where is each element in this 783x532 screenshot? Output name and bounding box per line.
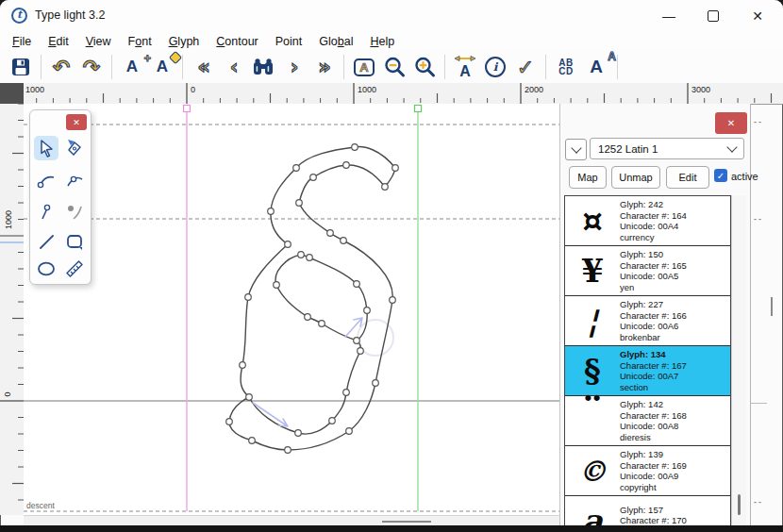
cursor-icon [36,138,57,158]
select-tool[interactable] [34,136,58,160]
glyph-list-item[interactable]: ¦ Glyph: 227 Character #: 166 Unicode: 0… [565,296,730,346]
redo-button[interactable]: ↷ [77,53,106,81]
menu-global[interactable]: Global [310,33,361,50]
menu-bar: File Edit View Font Glyph Contour Point … [0,32,783,51]
prev-icon: ‹ [230,56,237,78]
fit-glyph-button[interactable]: A [350,53,378,81]
toolbar-separator [111,55,112,79]
glyph-list-item[interactable]: ¤ Glyph: 242 Character #: 164 Unicode: 0… [565,196,730,246]
minimize-button[interactable]: — [647,0,691,31]
last-glyph-button[interactable]: » [309,53,338,81]
outer-scrollbar-thumb[interactable] [771,297,773,316]
toolbar: ↶ ↷ A + A « ‹ › » A [0,51,783,84]
toolbar-separator [444,55,445,79]
menu-help[interactable]: Help [361,33,403,50]
glyph-number: Glyph: 142 [620,399,687,410]
horizontal-ruler[interactable]: 1000 0 1000 2000 3000 [24,83,783,105]
pen-tool[interactable] [62,136,87,160]
edit-button[interactable]: Edit [666,166,709,189]
menu-glyph[interactable]: Glyph [160,33,208,50]
contour-direction-arrows [253,318,362,426]
glyph-number: Glyph: 242 [620,199,687,210]
map-button[interactable]: Map [569,166,607,189]
h-ruler-label: 3000 [691,85,710,94]
rectangle-tool[interactable] [62,229,87,254]
resize-grip[interactable]: -- [754,497,763,507]
title-bar[interactable]: t Type light 3.2 — ✕ [0,0,783,32]
menu-view[interactable]: View [77,33,120,50]
zoom-in-icon [413,56,437,79]
menu-point[interactable]: Point [267,33,311,50]
ellipse-tool[interactable] [34,257,58,281]
info-button[interactable]: i [481,53,509,81]
glyph-preview: ¨ [565,391,620,437]
toolbar-separator [182,55,183,79]
preview-button[interactable]: A A [582,53,610,81]
glyph-unicode: Unicode: 00A5 [620,271,687,282]
next-glyph-button[interactable]: › [279,53,308,81]
validate-button[interactable]: ✓ [511,53,540,81]
resize-grip[interactable]: -- [754,214,763,224]
resize-grip[interactable]: -- [754,117,763,126]
glyph-map-panel: ✕ 1252 Latin 1 Map Unmap Edit ✓ active ¤… [559,104,751,525]
glyph-character: Character #: 164 [620,210,687,222]
add-glyph-button[interactable]: A + [118,53,146,81]
glyph-list-item[interactable]: a Glyph: 157 Character #: 170 Unicode: 0… [565,496,730,525]
glyph-editor-canvas[interactable]: descent [24,104,559,515]
add-glyph-icon: A [126,58,138,76]
curve-node-tool[interactable] [34,169,58,193]
kerning-button[interactable]: AB CD [552,53,580,81]
encoding-select[interactable]: 1252 Latin 1 [590,138,744,159]
glyph-name: yen [620,282,687,293]
metrics-button[interactable]: A [451,53,479,81]
undo-button[interactable]: ↶ [47,53,75,81]
active-checkbox[interactable]: ✓ [714,169,727,182]
binoculars-icon [252,58,275,76]
glyph-list-scrollbar-thumb[interactable] [738,494,741,515]
glyph-list-item[interactable]: ¨ Glyph: 142 Character #: 168 Unicode: 0… [565,396,730,446]
menu-file[interactable]: File [4,33,40,50]
erase-glyph-button[interactable]: A [148,53,176,81]
find-glyph-button[interactable] [249,53,277,81]
glyph-nodes[interactable] [226,144,399,454]
horizontal-scrollbar-thumb[interactable] [382,521,431,523]
zoom-in-button[interactable] [410,53,439,81]
unmap-button[interactable]: Unmap [611,166,660,189]
menu-edit[interactable]: Edit [40,33,77,50]
toolbar-separator [617,55,618,79]
menu-font[interactable]: Font [120,33,160,50]
v-ruler-label: 1000 [4,206,13,234]
glyph-list-item-selected[interactable]: § Glyph: 134 Character #: 167 Unicode: 0… [565,346,730,396]
info-icon: i [485,57,506,77]
first-glyph-button[interactable]: « [189,53,217,81]
chevron-down-icon [726,141,737,152]
glyph-list[interactable]: ¤ Glyph: 242 Character #: 164 Unicode: 0… [564,195,731,525]
maximize-button[interactable] [691,0,735,31]
encoding-menu-button[interactable] [565,139,587,160]
measure-tool[interactable] [62,257,87,281]
palette-close-button[interactable]: ✕ [66,114,87,130]
menu-contour[interactable]: Contour [208,33,266,50]
zoom-out-button[interactable] [380,53,408,81]
close-icon: ✕ [73,118,80,127]
save-button[interactable] [7,53,35,81]
prev-glyph-button[interactable]: ‹ [219,53,247,81]
toolbar-separator [545,55,546,79]
line-node-tool[interactable] [34,200,58,224]
left-sidebearing-handle[interactable] [184,106,191,112]
tool-palette[interactable]: ✕ [29,109,92,285]
panel-close-button[interactable]: ✕ [715,112,747,134]
toolbar-separator [41,55,42,79]
glyph-list-item[interactable]: © Glyph: 139 Character #: 169 Unicode: 0… [565,446,730,496]
curve-node-icon [36,171,57,191]
vertical-ruler[interactable]: 1000 0 [0,104,25,515]
tangent-tool[interactable] [62,200,87,224]
curve-node-tool-2[interactable] [62,169,87,193]
glyph-name: section [620,382,687,393]
glyph-unicode: Unicode: 00A9 [620,471,687,482]
glyph-list-item[interactable]: ¥ Glyph: 150 Character #: 165 Unicode: 0… [565,246,730,296]
line-tool[interactable] [34,229,58,254]
close-button[interactable]: ✕ [736,0,779,31]
glyph-list-scrollbar[interactable] [731,195,746,525]
right-sidebearing-handle[interactable] [415,106,422,112]
